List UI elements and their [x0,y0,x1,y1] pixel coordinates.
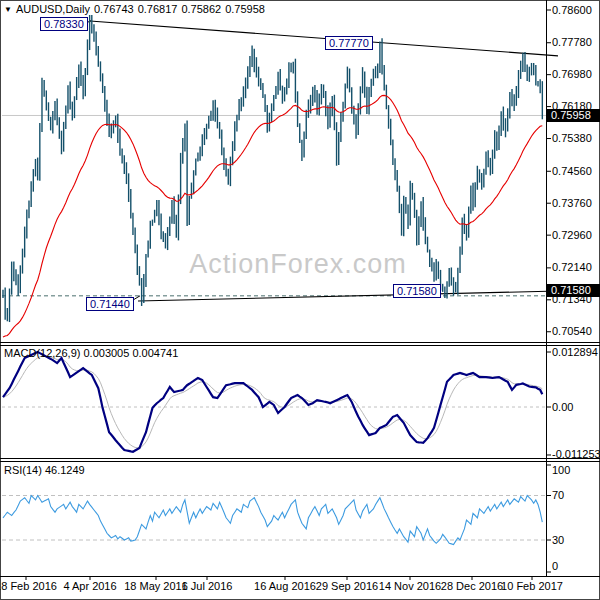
price-axis-label: 0.72960 [552,229,592,242]
support-price-label: 0.71580 [547,284,600,297]
date-axis-label: 16 Aug 2016 [254,580,316,593]
macd-indicator-label: MACD(12,26,9) 0.003005 0.004741 [4,347,178,359]
date-axis-label: 18 May 2016 [124,580,188,593]
price-level-label[interactable]: 0.71580 [393,284,441,298]
macd-axis-label: 0.00 [552,401,573,414]
price-axis-label: 0.73760 [552,197,592,210]
symbol-dropdown-arrow-icon[interactable]: ▼ [4,5,12,14]
rsi-axis-label: 0 [552,560,558,573]
date-axis-label: 28 Dec 2016 [441,580,503,593]
symbol-period-label: AUDUSD,Daily [16,3,90,15]
price-axis-label: 0.70540 [552,325,592,338]
rsi-axis-label: 70 [552,489,564,502]
date-axis-label: 10 Feb 2017 [501,580,563,593]
chart-header: ▼AUDUSD,Daily0.767430.768170.758620.7595… [4,3,269,15]
rsi-axis-label: 100 [552,464,570,477]
price-axis-label: 0.77780 [552,36,592,49]
close-value: 0.75958 [225,3,265,15]
date-axis-label: 14 Nov 2016 [379,580,441,593]
watermark: ActionForex.com [189,249,407,280]
chart-window: ▼AUDUSD,Daily0.767430.768170.758620.7595… [0,0,600,600]
price-axis-label: 0.74560 [552,165,592,178]
date-axis-label: 18 Feb 2016 [0,580,57,593]
macd-axis-label: -0.011253 [552,448,600,461]
price-axis-label: 0.75380 [552,132,592,145]
high-value: 0.76817 [138,3,178,15]
current-price-label: 0.75958 [547,109,600,122]
macd-axis-label: 0.012894 [552,346,598,359]
date-axis-label: 29 Sep 2016 [316,580,378,593]
price-level-label[interactable]: 0.78330 [40,17,88,31]
date-axis-label: 1 Jul 2016 [182,580,233,593]
date-axis-label: 4 Apr 2016 [63,580,116,593]
price-axis-label: 0.78600 [552,4,592,17]
open-value: 0.76743 [94,3,134,15]
price-axis-label: 0.72140 [552,261,592,274]
price-level-label[interactable]: 0.77770 [325,36,373,50]
low-value: 0.75862 [181,3,221,15]
price-axis-label: 0.76980 [552,68,592,81]
price-level-label[interactable]: 0.71440 [86,297,134,311]
rsi-axis-label: 30 [552,534,564,547]
rsi-indicator-label: RSI(14) 46.1249 [4,464,85,476]
